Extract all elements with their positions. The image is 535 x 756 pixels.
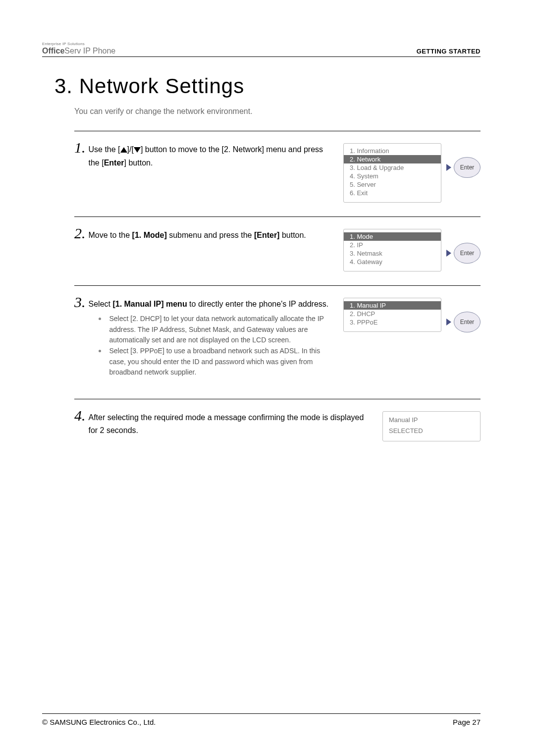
- lcd-screen: 1. Mode2. IP3. Netmask4. Gateway: [343, 229, 441, 271]
- lcd-screen: Manual IPSELECTED: [382, 411, 481, 441]
- step-number: 1.: [74, 140, 86, 155]
- step-number: 4.: [74, 408, 86, 423]
- play-icon: [446, 164, 451, 171]
- lcd-row: Manual IP: [383, 415, 480, 426]
- lcd-row: 1. Manual IP: [344, 301, 441, 310]
- lcd-row: 5. Server: [344, 180, 441, 189]
- step-number: 2.: [74, 226, 86, 241]
- bullet-item: Select [3. PPPoE] to use a broadband net…: [99, 346, 334, 378]
- step-text: After selecting the required mode a mess…: [89, 411, 373, 436]
- lcd-row: 3. Load & Upgrade: [344, 163, 441, 172]
- logo-tagline: Enterprise IP Solutions: [42, 42, 115, 47]
- enter-button: Enter: [454, 312, 481, 332]
- section-name: GETTING STARTED: [417, 48, 481, 55]
- lcd-row: 3. Netmask: [344, 249, 441, 258]
- footer: © SAMSUNG Electronics Co., Ltd. Page 27: [42, 713, 481, 726]
- step-3: 3. Select [1. Manual IP] menu to directl…: [74, 285, 481, 385]
- lcd-row: SELECTED: [383, 426, 480, 436]
- brand-logo: Enterprise IP Solutions OfficeServ IP Ph…: [42, 42, 115, 55]
- enter-button: Enter: [454, 157, 481, 178]
- play-icon: [446, 250, 451, 257]
- bullet-item: Select [2. DHCP] to let your data networ…: [99, 314, 334, 346]
- copyright: © SAMSUNG Electronics Co., Ltd.: [42, 718, 156, 726]
- step-1: 1. Use the []/[] button to move to the […: [74, 131, 481, 203]
- lcd-row: 1. Information: [344, 147, 441, 155]
- lcd-row: 4. System: [344, 172, 441, 180]
- step-4: 4. After selecting the required mode a m…: [74, 399, 481, 441]
- sub-bullets: Select [2. DHCP] to let your data networ…: [89, 314, 334, 378]
- logo-rest: Serv IP Phone: [64, 47, 115, 55]
- lcd-screen: 1. Manual IP2. DHCP3. PPPoE: [343, 298, 441, 332]
- header: Enterprise IP Solutions OfficeServ IP Ph…: [42, 42, 481, 57]
- page-number: Page 27: [453, 718, 481, 726]
- enter-button: Enter: [454, 243, 481, 264]
- up-arrow-icon: [120, 144, 127, 157]
- logo-bold: Office: [42, 47, 64, 55]
- step-text: Use the []/[] button to move to the [2. …: [89, 143, 334, 169]
- lcd-row: 2. IP: [344, 241, 441, 249]
- intro-text: You can verify or change the network env…: [74, 107, 481, 116]
- page-title: 3. Network Settings: [54, 74, 481, 98]
- lcd-row: 1. Mode: [344, 232, 441, 241]
- step-text: Move to the [1. Mode] submenu and press …: [89, 229, 306, 242]
- step-text: Select [1. Manual IP] menu to directly e…: [89, 298, 334, 385]
- play-icon: [446, 319, 451, 325]
- lcd-screen: 1. Information2. Network3. Load & Upgrad…: [343, 143, 441, 203]
- lcd-row: 3. PPPoE: [344, 318, 441, 326]
- down-arrow-icon: [134, 144, 141, 157]
- lcd-row: 2. Network: [344, 155, 441, 163]
- step-number: 3.: [74, 295, 86, 310]
- lcd-row: 2. DHCP: [344, 310, 441, 318]
- lcd-row: 6. Exit: [344, 189, 441, 197]
- step-2: 2. Move to the [1. Mode] submenu and pre…: [74, 216, 481, 271]
- lcd-row: 4. Gateway: [344, 258, 441, 266]
